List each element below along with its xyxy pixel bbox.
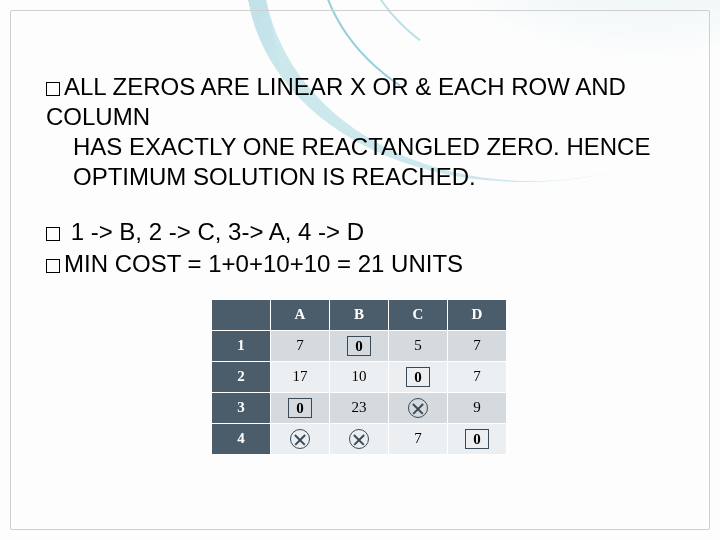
table-cell: 23	[330, 392, 389, 423]
assignments-line: 1 -> B, 2 -> C, 3-> A, 4 -> D	[46, 216, 672, 248]
cell-value: 10	[352, 368, 367, 384]
crossed-zero-icon	[349, 429, 369, 449]
bullet-marker-icon	[46, 82, 60, 96]
boxed-zero: 0	[347, 336, 371, 356]
col-header: A	[271, 299, 330, 330]
table-row: 17057	[212, 330, 507, 361]
cell-value: 17	[293, 368, 308, 384]
crossed-zero-icon	[408, 398, 428, 418]
table-cell	[271, 423, 330, 454]
row-header: 4	[212, 423, 271, 454]
cell-value: 7	[473, 337, 481, 353]
table-cell: 7	[389, 423, 448, 454]
heading-line-3: OPTIMUM SOLUTION IS REACHED.	[73, 162, 672, 192]
boxed-zero: 0	[406, 367, 430, 387]
cell-value: 7	[296, 337, 304, 353]
col-header: B	[330, 299, 389, 330]
table-wrap: A B C D 17057217100730239470	[46, 299, 672, 455]
heading-line-2: HAS EXACTLY ONE REACTANGLED ZERO. HENCE	[73, 132, 672, 162]
table-cell: 0	[330, 330, 389, 361]
cell-value: 7	[414, 430, 422, 446]
table-row: 470	[212, 423, 507, 454]
slide-content: ALL ZEROS ARE LINEAR X OR & EACH ROW AND…	[0, 0, 720, 540]
mincost-text: MIN COST = 1+0+10+10 = 21 UNITS	[64, 250, 463, 277]
table-row: 30239	[212, 392, 507, 423]
boxed-zero: 0	[465, 429, 489, 449]
corner-cell	[212, 299, 271, 330]
row-header: 3	[212, 392, 271, 423]
table-cell: 17	[271, 361, 330, 392]
bullet-marker-icon	[46, 259, 60, 273]
cost-table: A B C D 17057217100730239470	[211, 299, 507, 455]
table-row: 2171007	[212, 361, 507, 392]
cell-value: 5	[414, 337, 422, 353]
table-cell: 0	[448, 423, 507, 454]
heading-block: ALL ZEROS ARE LINEAR X OR & EACH ROW AND…	[46, 72, 672, 192]
table-cell: 7	[448, 361, 507, 392]
assignments-text: 1 -> B, 2 -> C, 3-> A, 4 -> D	[64, 218, 364, 245]
table-cell	[389, 392, 448, 423]
table-cell: 0	[389, 361, 448, 392]
bullet-marker-icon	[46, 227, 60, 241]
row-header: 1	[212, 330, 271, 361]
table-cell: 10	[330, 361, 389, 392]
boxed-zero: 0	[288, 398, 312, 418]
row-header: 2	[212, 361, 271, 392]
table-cell: 7	[271, 330, 330, 361]
table-cell: 0	[271, 392, 330, 423]
heading-line-1: ALL ZEROS ARE LINEAR X OR & EACH ROW AND…	[46, 73, 626, 130]
col-header: D	[448, 299, 507, 330]
cell-value: 7	[473, 368, 481, 384]
table-cell: 9	[448, 392, 507, 423]
mincost-line: MIN COST = 1+0+10+10 = 21 UNITS	[46, 248, 672, 280]
table-cell	[330, 423, 389, 454]
cell-value: 23	[352, 399, 367, 415]
cell-value: 9	[473, 399, 481, 415]
table-header-row: A B C D	[212, 299, 507, 330]
col-header: C	[389, 299, 448, 330]
crossed-zero-icon	[290, 429, 310, 449]
table-cell: 7	[448, 330, 507, 361]
table-cell: 5	[389, 330, 448, 361]
